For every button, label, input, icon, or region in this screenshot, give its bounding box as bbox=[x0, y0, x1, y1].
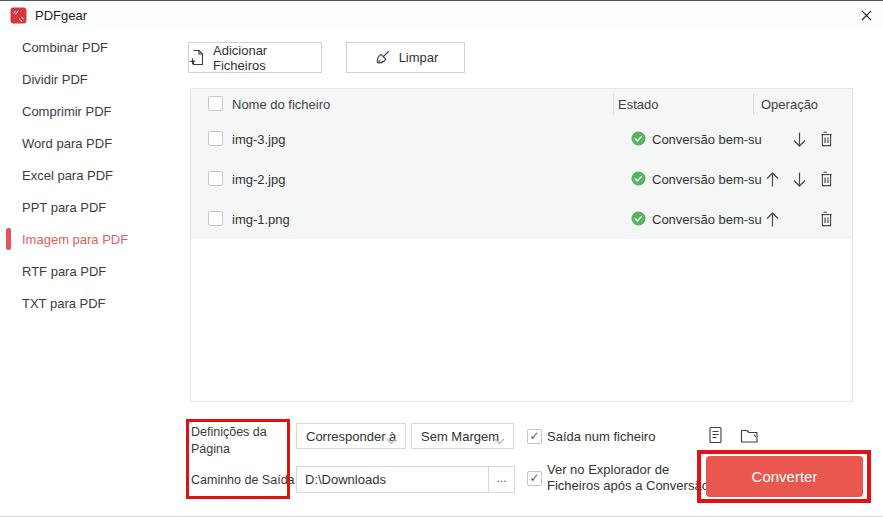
pdfgear-window: PDFgear Combinar PDFDividir PDFComprimir… bbox=[0, 0, 883, 517]
margin-dropdown-value: Sem Margem bbox=[421, 429, 499, 444]
row-operations bbox=[762, 159, 843, 199]
delete-icon[interactable] bbox=[818, 210, 835, 228]
success-check-icon bbox=[631, 171, 646, 186]
file-name: img-2.jpg bbox=[232, 159, 285, 199]
chevron-down-icon bbox=[494, 433, 505, 448]
page-size-dropdown-value: Corresponder à bbox=[306, 429, 396, 444]
sidebar-item-label: Excel para PDF bbox=[22, 168, 113, 183]
sidebar-item-label: Dividir PDF bbox=[22, 72, 88, 87]
convert-button[interactable]: Converter bbox=[706, 456, 863, 497]
folder-icon[interactable] bbox=[740, 428, 760, 448]
success-check-icon bbox=[631, 131, 646, 146]
status-text: Conversão bem-su bbox=[652, 119, 762, 159]
move-down-icon[interactable] bbox=[792, 131, 807, 148]
browse-button[interactable]: ... bbox=[488, 466, 515, 493]
table-row: img-1.pngConversão bem-su bbox=[191, 199, 852, 239]
single-file-checkbox[interactable] bbox=[527, 429, 542, 444]
sidebar-item-label: Comprimir PDF bbox=[22, 104, 112, 119]
broom-icon bbox=[373, 49, 391, 67]
output-path-input[interactable] bbox=[296, 466, 489, 493]
sidebar-item-label: TXT para PDF bbox=[22, 296, 106, 311]
sidebar-item-label: Imagem para PDF bbox=[22, 232, 128, 247]
clear-button[interactable]: Limpar bbox=[346, 42, 465, 73]
status-text: Conversão bem-su bbox=[652, 159, 762, 199]
sidebar-item-combinar-pdf[interactable]: Combinar PDF bbox=[0, 31, 170, 63]
open-explorer-checkbox[interactable] bbox=[527, 471, 542, 486]
margin-dropdown[interactable]: Sem Margem bbox=[411, 423, 514, 449]
table-header: Nome do ficheiro Estado Operação bbox=[191, 89, 852, 119]
row-checkbox[interactable] bbox=[208, 131, 223, 146]
sidebar-item-comprimir-pdf[interactable]: Comprimir PDF bbox=[0, 95, 170, 127]
sidebar-item-rtf-para-pdf[interactable]: RTF para PDF bbox=[0, 255, 170, 287]
row-operations bbox=[762, 199, 843, 239]
page-size-dropdown[interactable]: Corresponder à bbox=[296, 423, 406, 449]
delete-icon[interactable] bbox=[818, 170, 835, 188]
page-settings-label: Definições da Página bbox=[191, 424, 283, 457]
column-divider bbox=[753, 93, 754, 115]
sidebar-item-word-para-pdf[interactable]: Word para PDF bbox=[0, 127, 170, 159]
column-divider bbox=[613, 93, 614, 115]
status-text: Conversão bem-su bbox=[652, 199, 762, 239]
document-icon[interactable] bbox=[708, 426, 723, 448]
file-table: Nome do ficheiro Estado Operação img-3.j… bbox=[190, 88, 853, 402]
sidebar-menu: Combinar PDFDividir PDFComprimir PDFWord… bbox=[0, 31, 170, 319]
table-row: img-2.jpgConversão bem-su bbox=[191, 159, 852, 199]
window-title: PDFgear bbox=[35, 8, 87, 23]
column-header-operation: Operação bbox=[761, 89, 818, 119]
move-up-icon[interactable] bbox=[765, 171, 780, 188]
sidebar-item-label: RTF para PDF bbox=[22, 264, 106, 279]
sidebar-item-ppt-para-pdf[interactable]: PPT para PDF bbox=[0, 191, 170, 223]
add-files-label: Adicionar Ficheiros bbox=[213, 43, 321, 73]
file-plus-icon bbox=[189, 49, 205, 66]
move-up-icon[interactable] bbox=[765, 211, 780, 228]
output-path-label: Caminho de Saída bbox=[191, 472, 295, 489]
column-header-status: Estado bbox=[618, 89, 658, 119]
add-files-button[interactable]: Adicionar Ficheiros bbox=[188, 42, 322, 73]
selected-indicator bbox=[6, 228, 11, 250]
sidebar-item-excel-para-pdf[interactable]: Excel para PDF bbox=[0, 159, 170, 191]
title-bar: PDFgear bbox=[0, 1, 883, 29]
table-row: img-3.jpgConversão bem-su bbox=[191, 119, 852, 159]
select-all-checkbox[interactable] bbox=[208, 96, 223, 111]
sidebar-item-label: Word para PDF bbox=[22, 136, 112, 151]
clear-label: Limpar bbox=[399, 50, 439, 65]
row-checkbox[interactable] bbox=[208, 211, 223, 226]
row-checkbox[interactable] bbox=[208, 171, 223, 186]
sidebar-item-txt-para-pdf[interactable]: TXT para PDF bbox=[0, 287, 170, 319]
sidebar-item-label: Combinar PDF bbox=[22, 40, 108, 55]
chevron-down-icon bbox=[386, 433, 397, 448]
close-icon bbox=[861, 10, 872, 21]
sidebar-item-dividir-pdf[interactable]: Dividir PDF bbox=[0, 63, 170, 95]
row-operations bbox=[762, 119, 843, 159]
success-check-icon bbox=[631, 211, 646, 226]
close-button[interactable] bbox=[849, 1, 883, 29]
pdfgear-logo-icon bbox=[10, 7, 27, 24]
single-file-checkbox-label: Saída num ficheiro bbox=[547, 429, 655, 444]
file-table-rows: img-3.jpgConversão bem-suimg-2.jpgConver… bbox=[191, 119, 852, 239]
delete-icon[interactable] bbox=[818, 130, 835, 148]
sidebar-item-imagem-para-pdf[interactable]: Imagem para PDF bbox=[0, 223, 170, 255]
file-name: img-3.jpg bbox=[232, 119, 285, 159]
column-header-name: Nome do ficheiro bbox=[232, 89, 330, 119]
file-name: img-1.png bbox=[232, 199, 290, 239]
sidebar-item-label: PPT para PDF bbox=[22, 200, 106, 215]
open-explorer-checkbox-label: Ver no Explorador de Ficheiros após a Co… bbox=[547, 462, 709, 494]
move-down-icon[interactable] bbox=[792, 171, 807, 188]
